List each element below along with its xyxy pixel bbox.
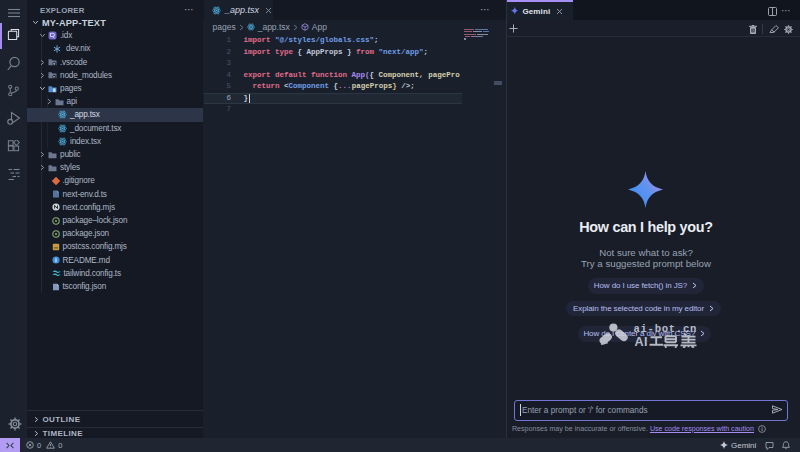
svg-text:ai-bot.cn: ai-bot.cn — [634, 323, 698, 335]
svg-text:AI: AI — [635, 335, 649, 348]
